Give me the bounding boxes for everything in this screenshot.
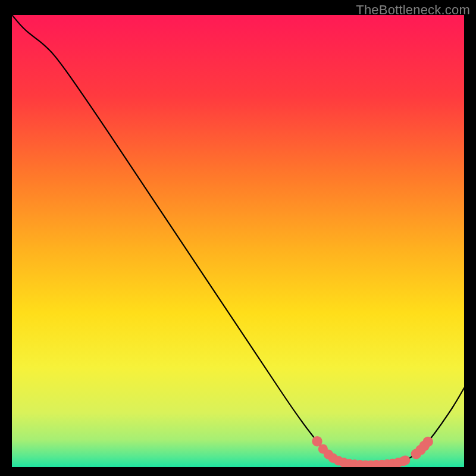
attribution-text: TheBottleneck.com — [356, 2, 470, 18]
curve-marker — [423, 437, 433, 447]
curve-marker — [400, 455, 410, 465]
gradient-background — [12, 15, 464, 467]
chart-frame: TheBottleneck.com — [0, 0, 476, 476]
plot-svg — [12, 15, 464, 467]
plot-outer — [12, 15, 464, 467]
